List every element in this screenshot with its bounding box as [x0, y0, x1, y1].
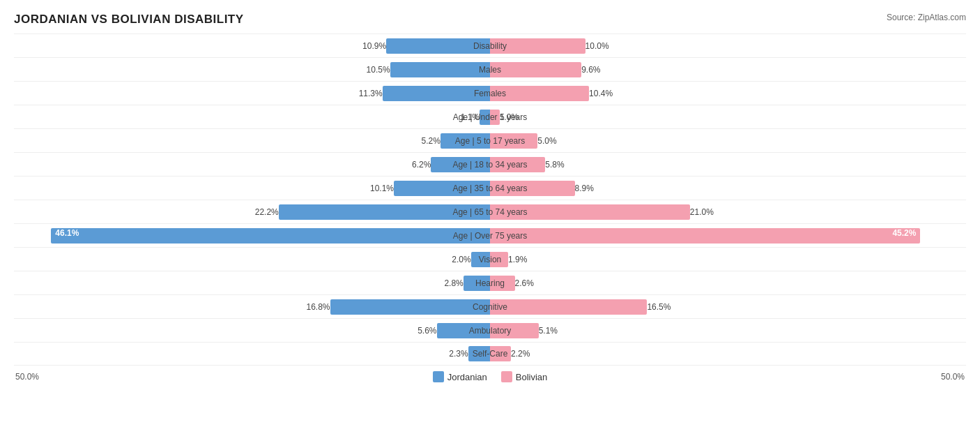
left-section: 1.1%	[14, 105, 490, 129]
right-bar-container: 10.0%	[490, 38, 966, 54]
bar-row: 2.0% 1.9% Vision	[14, 247, 966, 271]
left-bar-container: 2.3%	[14, 346, 490, 361]
left-section: 11.3%	[14, 82, 490, 105]
left-section: 10.9%	[14, 34, 490, 58]
right-value: 1.9%	[508, 255, 527, 264]
bars-wrapper: 6.2% 5.8% Age | 18 to 34 years	[14, 153, 966, 177]
bars-wrapper: 10.5% 9.6% Males	[14, 58, 966, 82]
left-section: 2.8%	[14, 271, 490, 295]
right-section: 5.1%	[490, 319, 966, 343]
right-bar	[490, 323, 539, 338]
left-bar	[431, 157, 490, 172]
right-section: 2.2%	[490, 342, 966, 366]
left-bar: 46.1%	[51, 228, 490, 244]
right-value: 2.2%	[511, 349, 530, 359]
bars-wrapper: 46.1% 45.2% Age | Over 75 years	[14, 224, 966, 248]
right-bar	[490, 110, 500, 125]
bar-row: 11.3% 10.4% Females	[14, 81, 966, 105]
legend: Jordanian Bolivian	[433, 371, 548, 382]
right-bar: 45.2%	[490, 228, 920, 244]
right-value-inside: 45.2%	[892, 228, 916, 238]
bar-row: 2.8% 2.6% Hearing	[14, 271, 966, 294]
left-section: 10.5%	[14, 58, 490, 82]
bar-row: 10.1% 8.9% Age | 35 to 64 years	[14, 176, 966, 200]
bars-wrapper: 11.3% 10.4% Females	[14, 82, 966, 105]
left-section: 10.1%	[14, 177, 490, 200]
left-bar-container: 2.0%	[14, 252, 490, 267]
right-bar-container: 5.0%	[490, 133, 966, 149]
bar-row: 2.3% 2.2% Self-Care	[14, 342, 966, 366]
right-section: 9.6%	[490, 58, 966, 82]
left-bar	[383, 86, 490, 101]
right-section: 5.8%	[490, 153, 966, 177]
bars-wrapper: 5.6% 5.1% Ambulatory	[14, 319, 966, 343]
right-bar-container: 10.4%	[490, 86, 966, 101]
right-section: 1.9%	[490, 248, 966, 271]
right-section: 10.0%	[490, 34, 966, 58]
left-value: 16.8%	[306, 302, 330, 312]
left-bar	[437, 323, 490, 338]
right-bar-container: 8.9%	[490, 181, 966, 196]
left-value: 6.2%	[412, 160, 431, 170]
left-section: 22.2%	[14, 200, 490, 224]
left-value: 2.0%	[452, 255, 470, 264]
left-bar-container: 46.1%	[14, 228, 490, 244]
right-value: 1.0%	[500, 112, 519, 122]
bar-row: 10.5% 9.6% Males	[14, 57, 966, 81]
bars-wrapper: 1.1% 1.0% Age | Under 5 years	[14, 105, 966, 129]
left-bar	[480, 110, 490, 125]
legend-bolivian-label: Bolivian	[516, 372, 548, 382]
chart-container: JORDANIAN VS BOLIVIAN DISABILITY Source:…	[0, 0, 980, 396]
legend-bolivian-box	[501, 371, 512, 382]
right-bar	[490, 38, 585, 54]
right-bar-container: 21.0%	[490, 204, 966, 220]
right-value: 2.6%	[515, 278, 534, 288]
chart-header: JORDANIAN VS BOLIVIAN DISABILITY Source:…	[14, 13, 966, 27]
right-bar	[490, 181, 575, 196]
bars-wrapper: 2.8% 2.6% Hearing	[14, 271, 966, 295]
left-section: 2.3%	[14, 342, 490, 366]
left-bar-container: 10.1%	[14, 181, 490, 196]
legend-jordanian: Jordanian	[433, 371, 487, 382]
left-bar-container: 5.2%	[14, 133, 490, 149]
left-bar-container: 6.2%	[14, 157, 490, 172]
right-bar-container: 16.5%	[490, 299, 966, 315]
left-bar	[386, 38, 490, 54]
bars-wrapper: 5.2% 5.0% Age | 5 to 17 years	[14, 129, 966, 153]
left-value: 2.8%	[444, 278, 463, 288]
left-bar-container: 11.3%	[14, 86, 490, 101]
axis-left-label: 50.0%	[15, 372, 39, 382]
right-bar-container: 45.2%	[490, 228, 966, 244]
left-value: 1.1%	[461, 112, 480, 122]
left-bar-container: 10.9%	[14, 38, 490, 54]
left-bar-container: 1.1%	[14, 110, 490, 125]
right-value: 5.8%	[545, 160, 564, 170]
left-bar-container: 16.8%	[14, 299, 490, 315]
right-bar	[490, 133, 537, 149]
left-value-inside: 46.1%	[55, 228, 79, 238]
bar-row: 10.9% 10.0% Disability	[14, 33, 966, 57]
bars-wrapper: 22.2% 21.0% Age | 65 to 74 years	[14, 200, 966, 224]
left-value: 5.2%	[422, 136, 441, 146]
left-bar	[471, 252, 490, 267]
rows-area: 10.9% 10.0% Disability 10.5	[14, 33, 966, 366]
right-section: 1.0%	[490, 105, 966, 129]
right-bar	[490, 204, 690, 220]
right-bar-container: 2.2%	[490, 346, 966, 361]
bar-row: 5.6% 5.1% Ambulatory	[14, 318, 966, 342]
right-value: 10.4%	[589, 89, 613, 98]
left-value: 5.6%	[418, 326, 436, 336]
chart-title: JORDANIAN VS BOLIVIAN DISABILITY	[14, 13, 244, 27]
right-value: 10.0%	[585, 41, 609, 51]
left-section: 16.8%	[14, 295, 490, 319]
right-bar-container: 9.6%	[490, 62, 966, 77]
right-value: 21.0%	[690, 207, 714, 217]
bar-row: 22.2% 21.0% Age | 65 to 74 years	[14, 200, 966, 223]
right-bar	[490, 276, 515, 291]
left-bar-container: 5.6%	[14, 323, 490, 338]
left-bar	[279, 204, 490, 220]
right-bar-container: 1.9%	[490, 252, 966, 267]
left-section: 6.2%	[14, 153, 490, 177]
right-bar-container: 5.8%	[490, 157, 966, 172]
right-bar	[490, 157, 545, 172]
